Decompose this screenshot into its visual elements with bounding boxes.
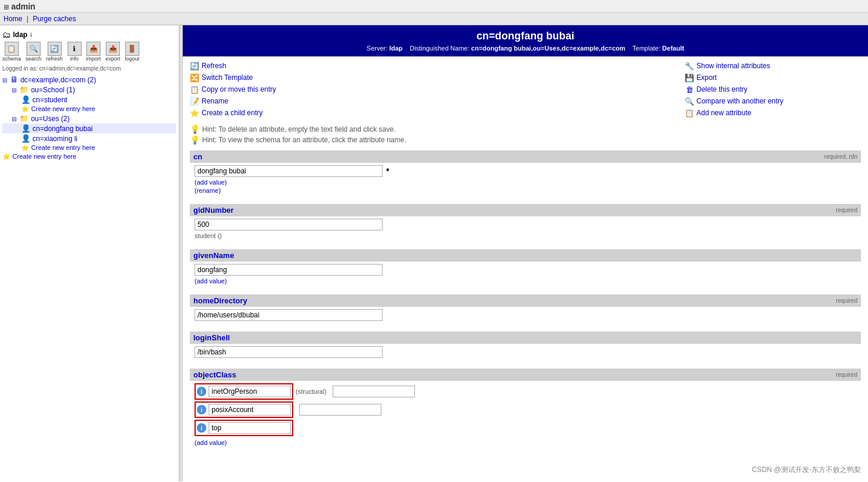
logout-button[interactable]: 🚪 logout: [125, 42, 140, 62]
oc-input-inetorgperson[interactable]: [209, 386, 291, 397]
attributes-area: cn required, rdn * (add value) (rename): [183, 150, 868, 468]
oc-row-posixaccount: i: [195, 401, 856, 418]
ldap-label: ldap: [13, 31, 28, 39]
create-entry-uses[interactable]: ⭐ Create new entry here: [2, 143, 176, 152]
search-button[interactable]: 🔍 search: [26, 42, 42, 62]
tree-item-cn-student[interactable]: 👤 cn=student: [2, 95, 176, 105]
oc-box-1: i: [195, 383, 293, 400]
attr-givenname-body: (add value): [190, 262, 861, 287]
logged-in-label: Logged in as: cn=admin,dc=example,dc=com: [2, 65, 176, 72]
attr-homedirectory: homeDirectory required: [190, 294, 861, 324]
attr-cn-name[interactable]: cn: [193, 152, 202, 161]
oc-box-2: i: [195, 401, 293, 418]
server-name: ldap: [389, 45, 403, 52]
hint-2-bullet: 💡: [190, 135, 200, 145]
attr-cn-input[interactable]: [195, 165, 383, 177]
app-name: admin: [11, 2, 35, 11]
export-action[interactable]: 💾 Export: [685, 73, 861, 82]
compare-icon: 🔍: [685, 96, 694, 106]
tree-item-ou-uses[interactable]: ⊟ 📁 ou=Uses (2): [2, 113, 176, 123]
tree-item-cn-xiaoming-li[interactable]: 👤 cn=xiaoming li: [2, 133, 176, 143]
attr-homedirectory-body: [190, 307, 861, 324]
export-sidebar-button[interactable]: 📤 export: [106, 42, 120, 62]
home-link[interactable]: Home: [4, 15, 22, 23]
info-button[interactable]: ℹ info: [68, 42, 82, 62]
attr-objectclass-body: i (structural) i: [190, 381, 861, 449]
attr-loginshell-body: [190, 344, 861, 362]
main-layout: 🗂 ldap ℹ 📋 schema 🔍 search 🔄 refresh ℹ i…: [0, 25, 868, 481]
copy-move-icon: 📋: [190, 85, 199, 94]
tree-item-root[interactable]: ⊟ 🖥 dc=example,dc=com (2): [2, 74, 176, 85]
oc-input-posixaccount[interactable]: [209, 404, 291, 416]
attr-loginshell: loginShell: [190, 332, 861, 362]
entry-meta: Server: ldap Distinguished Name: cn=dong…: [192, 45, 859, 52]
dn-value: cn=dongfang bubai,ou=Uses,dc=example,dc=…: [471, 45, 625, 52]
attr-gidnumber-sublabel: student (): [195, 232, 222, 239]
attr-loginshell-input[interactable]: [195, 346, 383, 358]
attr-loginshell-name[interactable]: loginShell: [193, 333, 230, 342]
schema-button[interactable]: 📋 schema: [2, 42, 21, 62]
attr-cn-header: cn required, rdn: [190, 150, 861, 163]
attr-gidnumber-name[interactable]: gidNumber: [193, 206, 234, 215]
attr-cn-value-row: *: [195, 165, 856, 177]
import-button[interactable]: 📥 import: [86, 42, 101, 62]
hint-1-text: Hint: To delete an attribute, empty the …: [202, 125, 396, 133]
attr-givenname-name[interactable]: givenName: [193, 251, 234, 260]
attr-cn-required: required, rdn: [824, 153, 857, 160]
attr-cn-add-value[interactable]: (add value): [195, 179, 227, 186]
oc-info-icon-1[interactable]: i: [197, 387, 206, 396]
purge-caches-link[interactable]: Purge caches: [33, 15, 76, 23]
attr-homedirectory-input[interactable]: [195, 309, 383, 321]
refresh-action[interactable]: 🔄 Refresh: [190, 61, 685, 71]
export-action-icon: 💾: [685, 73, 694, 82]
actions-left: 🔄 Refresh 🔀 Switch Template 📋 Copy or mo…: [190, 61, 685, 118]
rename-action[interactable]: 📝 Rename: [190, 96, 685, 106]
attr-cn-asterisk: *: [386, 166, 389, 176]
attr-loginshell-value-row: [195, 346, 856, 358]
create-entry-school[interactable]: ⭐ Create new entry here: [2, 105, 176, 113]
attr-objectclass-name[interactable]: objectClass: [193, 370, 236, 379]
hints: 💡 Hint: To delete an attribute, empty th…: [183, 122, 868, 150]
attr-givenname-add-value[interactable]: (add value): [195, 277, 227, 284]
refresh-icon: 🔄: [190, 61, 199, 71]
attr-cn: cn required, rdn * (add value) (rename): [190, 150, 861, 197]
add-attribute-action[interactable]: 📋 Add new attribute: [685, 108, 861, 118]
attr-cn-rename[interactable]: (rename): [195, 187, 221, 194]
create-entry-root[interactable]: ⭐ Create new entry here: [2, 152, 176, 161]
delete-action[interactable]: 🗑 Delete this entry: [685, 85, 861, 94]
compare-action[interactable]: 🔍 Compare with another entry: [685, 96, 861, 106]
oc-extra-input-2[interactable]: [299, 404, 381, 416]
oc-box-3: i: [195, 420, 293, 436]
tree-item-cn-dongfang-bubai[interactable]: 👤 cn=dongfang bubai: [2, 123, 176, 133]
object-class-rows: i (structural) i: [195, 383, 856, 436]
tree-item-ou-school[interactable]: ⊟ 📁 ou=School (1): [2, 85, 176, 95]
attr-oc-add-value[interactable]: (add value): [195, 439, 227, 446]
ldap-info-icon[interactable]: ℹ: [30, 32, 32, 38]
attr-gidnumber-input[interactable]: [195, 219, 383, 230]
attr-homedirectory-name[interactable]: homeDirectory: [193, 296, 247, 305]
show-internal-action[interactable]: 🔧 Show internal attributes: [685, 61, 861, 71]
show-internal-icon: 🔧: [685, 61, 694, 71]
oc-structural-label: (structural): [296, 388, 327, 395]
attr-givenname-input[interactable]: [195, 264, 383, 276]
attr-givenname-header: givenName: [190, 249, 861, 262]
attr-homedirectory-value-row: [195, 309, 856, 321]
attr-objectclass-required: required: [836, 371, 857, 378]
oc-info-icon-2[interactable]: i: [197, 405, 206, 414]
create-child-action[interactable]: ⭐ Create a child entry: [190, 108, 685, 118]
switch-template-action[interactable]: 🔀 Switch Template: [190, 73, 685, 82]
dn-label: Distinguished Name:: [410, 45, 470, 52]
app-logo: ⊞ admin: [4, 2, 35, 11]
attr-givenname: givenName (add value): [190, 249, 861, 287]
refresh-sidebar-button[interactable]: 🔄 refresh: [46, 42, 63, 62]
template-label: Template:: [632, 45, 661, 52]
oc-row-top: i: [195, 420, 856, 436]
attr-givenname-value-row: [195, 264, 856, 276]
actions-area: 🔄 Refresh 🔀 Switch Template 📋 Copy or mo…: [183, 56, 868, 122]
oc-input-top[interactable]: [209, 422, 291, 434]
nav-bar: Home | Purge caches: [0, 13, 868, 25]
oc-info-icon-3[interactable]: i: [197, 423, 206, 433]
oc-extra-input-1[interactable]: [333, 386, 415, 397]
copy-move-action[interactable]: 📋 Copy or move this entry: [190, 85, 685, 94]
hint-1: 💡 Hint: To delete an attribute, empty th…: [190, 125, 861, 134]
